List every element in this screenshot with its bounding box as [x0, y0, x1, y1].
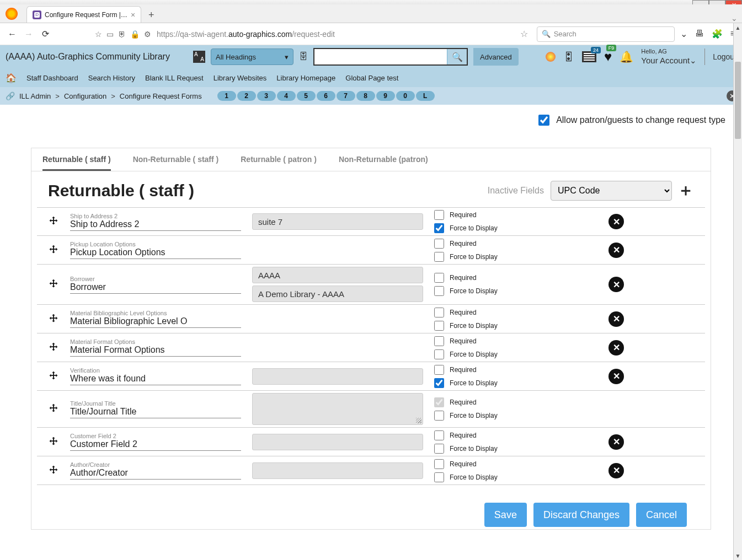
nav-library-websites[interactable]: Library Websites	[213, 74, 267, 82]
field-name-input[interactable]: Customer Field 2	[70, 439, 241, 451]
field-value-box[interactable]: AAAA	[252, 267, 423, 283]
pill[interactable]: 4	[277, 91, 296, 101]
delete-field-button[interactable]: ✕	[608, 369, 624, 384]
force-display-checkbox[interactable]	[434, 411, 444, 421]
crumb-ill-admin[interactable]: ILL Admin	[19, 92, 51, 100]
required-checkbox[interactable]	[434, 365, 444, 375]
save-button[interactable]: Save	[484, 503, 527, 527]
force-display-checkbox[interactable]	[434, 349, 444, 359]
tab-returnable-patron[interactable]: Returnable ( patron )	[241, 155, 317, 171]
field-value-box[interactable]	[252, 462, 423, 479]
field-name-input[interactable]: Material Bibliographic Level O	[70, 316, 241, 328]
extensions-icon[interactable]: 🧩	[712, 29, 723, 39]
nav-search-history[interactable]: Search History	[88, 74, 135, 82]
tab-nonreturnable-staff[interactable]: Non-Returnable ( staff )	[133, 155, 219, 171]
required-checkbox[interactable]	[434, 308, 444, 317]
permissions-icon[interactable]: ⚙	[144, 30, 151, 39]
force-display-checkbox[interactable]	[434, 223, 444, 233]
field-name-input[interactable]: Title/Journal Title	[70, 407, 241, 418]
pill[interactable]: 7	[337, 91, 355, 101]
tab-returnable-staff[interactable]: Returnable ( staff )	[42, 155, 111, 171]
bookmark-star-icon[interactable]: ☆	[520, 29, 528, 39]
drag-handle-icon[interactable]	[37, 333, 70, 362]
required-checkbox[interactable]	[434, 239, 444, 249]
field-name-input[interactable]: Pickup Location Options	[70, 247, 241, 259]
language-icon[interactable]	[193, 51, 205, 63]
scroll-thumb[interactable]	[735, 62, 741, 139]
balloon-icon[interactable]	[546, 52, 556, 62]
cancel-button[interactable]: Cancel	[636, 503, 687, 527]
bookmark-page-icon[interactable]: ☆	[95, 30, 102, 39]
required-checkbox[interactable]	[434, 210, 444, 220]
database-icon[interactable]: 🗄	[299, 52, 308, 62]
field-value-box[interactable]	[252, 393, 423, 425]
field-value-box[interactable]	[252, 368, 423, 385]
inactive-fields-select[interactable]: UPC Code	[551, 181, 672, 201]
tabs-dropdown-icon[interactable]: ⌄	[731, 14, 738, 23]
scroll-up-icon[interactable]: ▲	[734, 23, 742, 32]
delete-field-button[interactable]: ✕	[608, 340, 624, 356]
drag-handle-icon[interactable]	[37, 362, 70, 390]
allow-change-checkbox[interactable]	[538, 115, 549, 126]
back-button[interactable]: ←	[7, 29, 18, 40]
field-name-input[interactable]: Borrower	[70, 282, 241, 294]
drag-handle-icon[interactable]	[37, 208, 70, 235]
drag-handle-icon[interactable]	[37, 456, 70, 484]
app-search-button[interactable]: 🔍	[447, 49, 467, 64]
delete-field-button[interactable]: ✕	[608, 277, 624, 292]
field-value-box[interactable]: A Demo Library - AAAA	[252, 286, 423, 302]
drag-handle-icon[interactable]	[37, 236, 70, 264]
container-icon[interactable]: ▭	[106, 30, 114, 39]
pill[interactable]: 5	[297, 91, 316, 101]
field-name-input[interactable]: Author/Creator	[70, 468, 241, 480]
app-search-input[interactable]	[314, 49, 447, 64]
notifications-icon[interactable]: 🔔	[620, 50, 633, 63]
pill[interactable]: 6	[317, 91, 335, 101]
force-display-checkbox[interactable]	[434, 444, 444, 454]
new-tab-button[interactable]: +	[143, 7, 159, 23]
field-value-box[interactable]	[252, 434, 423, 450]
field-name-input[interactable]: Ship to Address 2	[70, 219, 241, 231]
scroll-down-icon[interactable]: ▼	[734, 551, 742, 560]
discard-button[interactable]: Discard Changes	[533, 503, 629, 527]
delete-field-button[interactable]: ✕	[608, 311, 624, 327]
list-button[interactable]: 24	[582, 51, 596, 62]
lock-icon[interactable]: 🔒	[130, 30, 140, 39]
field-name-input[interactable]: Material Format Options	[70, 345, 241, 357]
pill[interactable]: L	[416, 91, 435, 101]
delete-field-button[interactable]: ✕	[608, 214, 624, 229]
control-panel-icon[interactable]: 🎛	[563, 51, 574, 63]
drag-handle-icon[interactable]	[37, 265, 70, 304]
print-icon[interactable]: 🖶	[695, 29, 704, 39]
vertical-scrollbar[interactable]: ▲ ▼	[733, 23, 742, 560]
force-display-checkbox[interactable]	[434, 321, 444, 331]
headings-dropdown[interactable]: All Headings	[211, 49, 293, 65]
home-icon[interactable]: 🏠	[6, 73, 17, 83]
browser-tab[interactable]: Configure Request Form | STWI ×	[26, 6, 141, 23]
browser-search-box[interactable]: 🔍 Search	[537, 26, 675, 42]
delete-field-button[interactable]: ✕	[608, 434, 624, 450]
add-field-button[interactable]: ＋	[677, 179, 694, 202]
force-display-checkbox[interactable]	[434, 472, 444, 482]
nav-staff-dashboard[interactable]: Staff Dashboard	[26, 74, 78, 82]
advanced-search-button[interactable]: Advanced	[473, 48, 519, 66]
drag-handle-icon[interactable]	[37, 428, 70, 456]
tab-nonreturnable-patron[interactable]: Non-Returnable (patron)	[339, 155, 428, 171]
required-checkbox[interactable]	[434, 430, 444, 440]
field-name-input[interactable]: Where was it found	[70, 374, 241, 385]
url-bar[interactable]: https://qa-stwi-agent.auto-graphics.com/…	[157, 30, 515, 39]
pill[interactable]: 9	[376, 91, 395, 101]
force-display-checkbox[interactable]	[434, 286, 444, 296]
pill[interactable]: 3	[257, 91, 276, 101]
shield-icon[interactable]: ⛨	[118, 30, 126, 39]
drag-handle-icon[interactable]	[37, 391, 70, 427]
nav-blank-ill[interactable]: Blank ILL Request	[145, 74, 204, 82]
pill[interactable]: 1	[217, 91, 236, 101]
pill[interactable]: 0	[396, 91, 415, 101]
reload-button[interactable]: ⟳	[40, 29, 51, 40]
required-checkbox[interactable]	[434, 273, 444, 283]
favorites-button[interactable]: ♥F9	[604, 49, 612, 64]
pill[interactable]: 8	[356, 91, 375, 101]
nav-library-homepage[interactable]: Library Homepage	[276, 74, 335, 82]
delete-field-button[interactable]: ✕	[608, 463, 624, 478]
